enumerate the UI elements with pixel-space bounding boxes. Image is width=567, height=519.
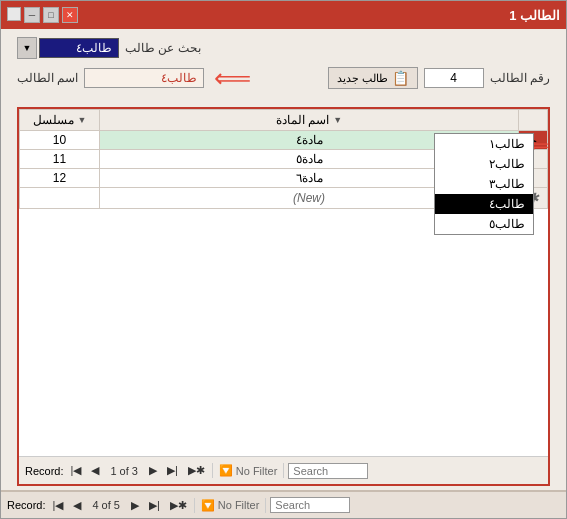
inner-first-record-button[interactable]: |◀ (68, 463, 85, 478)
inner-search-input[interactable] (288, 463, 368, 479)
left-arrow-annotation: ⟸ (214, 65, 251, 91)
serial-cell-2[interactable]: 11 (20, 150, 100, 169)
outer-first-record-button[interactable]: |◀ (50, 498, 67, 513)
window-controls: ─ □ ✕ (7, 7, 78, 23)
subject-name-header[interactable]: ▼ اسم المادة (100, 110, 519, 131)
inner-record-label: Record: (25, 465, 64, 477)
row-selector-header (519, 110, 548, 131)
outer-record-count: 4 of 5 (88, 499, 124, 511)
outer-record-bar: Record: |◀ ◀ 4 of 5 ▶ ▶| ▶✱ 🔽 No Filter (1, 490, 566, 518)
outer-last-record-button[interactable]: ▶| (146, 498, 163, 513)
outer-no-filter-button[interactable]: 🔽 No Filter (194, 498, 267, 513)
serial-cell-3[interactable]: 12 (20, 169, 100, 188)
student-dropdown-value[interactable]: طالب٤ (39, 38, 119, 58)
fields-row: رقم الطالب 📋 طالب جديد ⟸ اسم الطالب (17, 65, 550, 91)
inner-record-bar: Record: |◀ ◀ 1 of 3 ▶ ▶| ▶✱ 🔽 No Filter (19, 456, 548, 484)
inner-next-record-button[interactable]: ▶ (146, 463, 160, 478)
window-icon (7, 7, 21, 21)
serial-header[interactable]: ▼ مسلسل (20, 110, 100, 131)
close-button[interactable]: ✕ (62, 7, 78, 23)
new-row-serial (20, 188, 100, 209)
inner-prev-record-button[interactable]: ◀ (88, 463, 102, 478)
inner-no-filter-button[interactable]: 🔽 No Filter (212, 463, 285, 478)
inner-no-filter-label: No Filter (236, 465, 278, 477)
inner-new-record-button[interactable]: ▶✱ (185, 463, 208, 478)
student-name-label: اسم الطالب (17, 71, 78, 85)
inner-last-record-button[interactable]: ▶| (164, 463, 181, 478)
subject-name-sort-icon: ▼ (333, 115, 342, 125)
student-dropdown-arrow[interactable]: ▼ (17, 37, 37, 59)
new-student-button[interactable]: 📋 طالب جديد (328, 67, 418, 89)
student-dropdown-container: طالب٤ ▼ (17, 37, 119, 59)
outer-filter-icon: 🔽 (201, 499, 215, 512)
new-student-icon: 📋 (392, 70, 409, 86)
search-label: بحث عن طالب (125, 41, 201, 55)
dropdown-option-4[interactable]: طالب٤ (435, 194, 533, 214)
student-id-label: رقم الطالب (490, 71, 550, 85)
minimize-button[interactable]: ─ (24, 7, 40, 23)
serial-col-label: مسلسل (33, 113, 74, 127)
serial-sort-icon: ▼ (78, 115, 87, 125)
subject-name-value-1: مادة٤ (296, 133, 323, 147)
outer-no-filter-label: No Filter (218, 499, 260, 511)
maximize-button[interactable]: □ (43, 7, 59, 23)
dropdown-popup-list: طالب١ طالب٢ طالب٣ طالب٤ طالب٥ (434, 133, 534, 235)
new-student-label: طالب جديد (337, 72, 388, 85)
dropdown-option-2[interactable]: طالب٢ (435, 154, 533, 174)
inner-record-count: 1 of 3 (106, 465, 142, 477)
search-row: بحث عن طالب طالب٤ ▼ (17, 37, 550, 59)
window-title: الطالب 1 (509, 8, 560, 23)
dropdown-option-3[interactable]: طالب٣ (435, 174, 533, 194)
outer-prev-record-button[interactable]: ◀ (70, 498, 84, 513)
outer-search-input[interactable] (270, 497, 350, 513)
form-area: بحث عن طالب طالب٤ ▼ طالب١ طالب٢ طالب٣ طا… (1, 29, 566, 103)
outer-record-label: Record: (7, 499, 46, 511)
student-id-input[interactable] (424, 68, 484, 88)
dropdown-option-5[interactable]: طالب٥ (435, 214, 533, 234)
student-name-group: ⟸ اسم الطالب (17, 65, 251, 91)
student-id-group: رقم الطالب 📋 طالب جديد (328, 67, 550, 89)
serial-cell-1[interactable]: 10 (20, 131, 100, 150)
dropdown-option-1[interactable]: طالب١ (435, 134, 533, 154)
title-bar: ─ □ ✕ الطالب 1 (1, 1, 566, 29)
inner-filter-icon: 🔽 (219, 464, 233, 477)
outer-next-record-button[interactable]: ▶ (128, 498, 142, 513)
outer-new-record-button[interactable]: ▶✱ (167, 498, 190, 513)
student-name-input[interactable] (84, 68, 204, 88)
subject-name-col-label: اسم المادة (276, 113, 329, 127)
